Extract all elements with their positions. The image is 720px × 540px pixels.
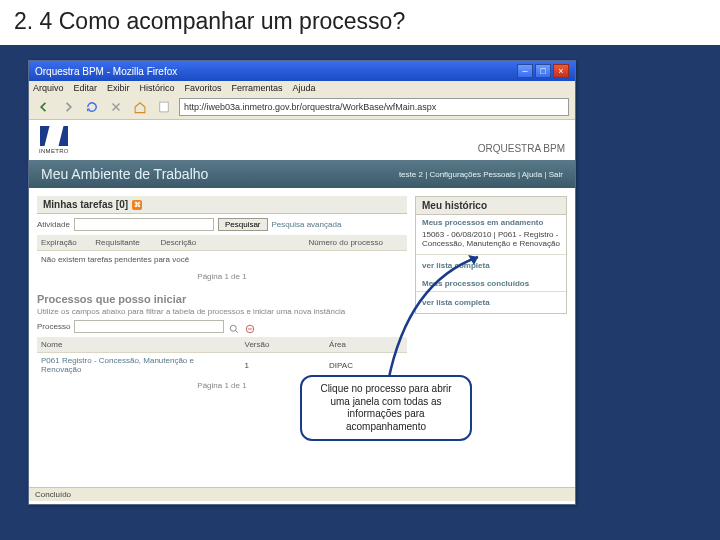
empty-msg: Não existem tarefas pendentes para você: [37, 251, 407, 268]
tasks-title: Minhas tarefas [0]: [43, 199, 128, 210]
search-button[interactable]: Pesquisar: [218, 218, 268, 231]
start-hint: Utilize os campos abaixo para filtrar a …: [37, 307, 407, 316]
history-link-1[interactable]: ver lista completa: [416, 254, 566, 276]
home-icon[interactable]: [131, 98, 149, 116]
logo-text: INMETRO: [39, 148, 69, 154]
window-buttons: – □ ×: [517, 64, 569, 78]
activity-input[interactable]: [74, 218, 214, 231]
browser-window: Orquestra BPM - Mozilla Firefox – □ × Ar…: [28, 60, 576, 505]
menu-editar[interactable]: Editar: [74, 83, 98, 93]
callout: Clique no processo para abrir uma janela…: [300, 375, 472, 441]
brand-product: ORQUESTRA BPM: [478, 143, 565, 154]
brand-row: INMETRO ORQUESTRA BPM: [29, 120, 575, 160]
activity-label: Atividade: [37, 220, 70, 229]
menu-ajuda[interactable]: Ajuda: [293, 83, 316, 93]
history-sub-concluidos: Meus processos concluídos: [416, 276, 566, 291]
main-column: Minhas tarefas [0] ⌘ Atividade Pesquisar…: [37, 196, 407, 394]
process-label: Processo: [37, 322, 70, 331]
menubar: Arquivo Editar Exibir Histórico Favorito…: [29, 81, 575, 95]
menu-arquivo[interactable]: Arquivo: [33, 83, 64, 93]
back-icon[interactable]: [35, 98, 53, 116]
processes-table: Nome Versão Área P061 Registro - Concess…: [37, 337, 407, 377]
pcol-versao: Versão: [241, 337, 326, 353]
pcol-nome: Nome: [37, 337, 241, 353]
pager: Página 1 de 1: [37, 268, 407, 285]
process-filter-row: Processo: [37, 316, 407, 337]
menu-ferramentas[interactable]: Ferramentas: [232, 83, 283, 93]
menu-exibir[interactable]: Exibir: [107, 83, 130, 93]
rss-icon[interactable]: ⌘: [132, 200, 142, 210]
header-links[interactable]: teste 2 | Configurações Pessoais | Ajuda…: [399, 170, 563, 179]
history-sub-andamento: Meus processos em andamento: [416, 215, 566, 230]
svg-rect-0: [160, 102, 168, 112]
inmetro-logo: INMETRO: [39, 126, 69, 154]
menu-historico[interactable]: Histórico: [140, 83, 175, 93]
titlebar: Orquestra BPM - Mozilla Firefox – □ ×: [29, 61, 575, 81]
toolbar: [29, 95, 575, 120]
reload-icon[interactable]: [83, 98, 101, 116]
maximize-button[interactable]: □: [535, 64, 551, 78]
url-input[interactable]: [179, 98, 569, 116]
menu-favoritos[interactable]: Favoritos: [185, 83, 222, 93]
process-input[interactable]: [74, 320, 224, 333]
forward-icon[interactable]: [59, 98, 77, 116]
sidebar: Meu histórico Meus processos em andament…: [415, 196, 567, 394]
page-icon: [155, 98, 173, 116]
close-button[interactable]: ×: [553, 64, 569, 78]
history-header: Meu histórico: [416, 197, 566, 215]
advanced-search-link[interactable]: Pesquisa avançada: [272, 220, 342, 229]
start-header: Processos que posso iniciar: [37, 293, 407, 305]
proc-ver: 1: [241, 353, 326, 378]
pcol-area: Área: [325, 337, 407, 353]
tasks-header: Minhas tarefas [0] ⌘: [37, 196, 407, 214]
stop-icon[interactable]: [107, 98, 125, 116]
history-link-2[interactable]: ver lista completa: [416, 291, 566, 313]
page-content: INMETRO ORQUESTRA BPM Meu Ambiente de Tr…: [29, 120, 575, 501]
page-header: Meu Ambiente de Trabalho teste 2 | Confi…: [29, 160, 575, 188]
task-filter-row: Atividade Pesquisar Pesquisa avançada: [37, 214, 407, 235]
status-bar: Concluído: [29, 487, 575, 501]
col-descricao: Descrição: [157, 235, 305, 251]
tasks-table: Expiração Requisitante Descrição Número …: [37, 235, 407, 251]
history-box: Meu histórico Meus processos em andament…: [415, 196, 567, 314]
search-icon[interactable]: [228, 321, 240, 333]
history-item[interactable]: 15063 - 06/08/2010 | P061 - Registro - C…: [416, 230, 566, 254]
page-title: Meu Ambiente de Trabalho: [41, 166, 208, 182]
proc-area: DIPAC: [325, 353, 407, 378]
window-title: Orquestra BPM - Mozilla Firefox: [35, 66, 177, 77]
slide-title: 2. 4 Como acompanhar um processo?: [0, 0, 720, 45]
svg-point-1: [231, 325, 237, 331]
clear-icon[interactable]: [244, 321, 256, 333]
table-row[interactable]: P061 Registro - Concessão, Manutenção e …: [37, 353, 407, 378]
proc-name: P061 Registro - Concessão, Manutenção e …: [37, 353, 241, 378]
col-requisitante: Requisitante: [91, 235, 156, 251]
col-expiracao: Expiração: [37, 235, 91, 251]
col-numero: Número do processo: [305, 235, 407, 251]
minimize-button[interactable]: –: [517, 64, 533, 78]
